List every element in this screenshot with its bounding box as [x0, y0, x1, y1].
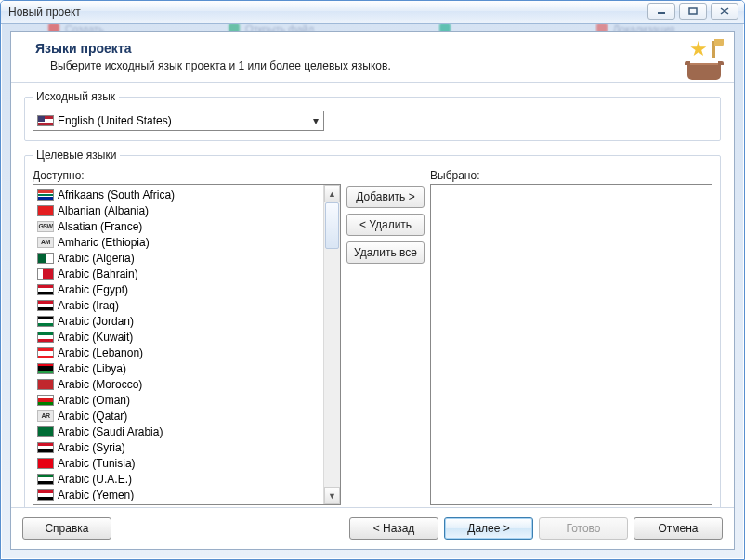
flag-eg-icon: [37, 284, 54, 295]
selected-label: Выбрано:: [430, 169, 712, 182]
list-item-label: Alsatian (France): [58, 220, 142, 233]
flag-sy-icon: [37, 442, 54, 453]
list-item-label: Amharic (Ethiopia): [58, 236, 150, 249]
chevron-down-icon: ▾: [308, 114, 323, 127]
remove-button[interactable]: < Удалить: [346, 214, 425, 236]
list-item-label: Arabic (Oman): [58, 394, 130, 407]
flag-za-icon: [37, 189, 54, 201]
list-item-label: Arabic (Yemen): [58, 488, 134, 501]
list-item[interactable]: Arabic (Libya): [33, 360, 323, 376]
flag-us-icon: [37, 115, 54, 126]
flag-dz-icon: [37, 253, 54, 264]
list-item-label: Arabic (Morocco): [58, 378, 142, 391]
list-item-label: Arabic (Bahrain): [58, 267, 138, 280]
target-languages-group: Целевые языки Доступно: Afrikaans (South…: [24, 149, 721, 507]
list-item[interactable]: Arabic (Bahrain): [33, 266, 323, 281]
source-language-group: Исходный язык English (United States) ▾: [24, 90, 721, 141]
flag-al-icon: [37, 205, 54, 216]
list-item-label: Arabic (Egypt): [58, 283, 128, 296]
flag-sa-icon: [37, 426, 54, 437]
list-item-label: Arabic (Libya): [58, 362, 126, 375]
list-item[interactable]: Arabic (Iraq): [33, 297, 323, 313]
list-item-label: Arabic (Saudi Arabia): [58, 425, 163, 438]
remove-all-button[interactable]: Удалить все: [346, 241, 425, 264]
app-window: Новый проект Создать словарь Открыть фай…: [0, 0, 745, 560]
window-title: Новый проект: [1, 6, 81, 19]
available-languages-listbox[interactable]: Afrikaans (South Africa)Albanian (Albani…: [33, 184, 341, 505]
list-item-label: Arabic (Jordan): [58, 315, 134, 328]
wizard-dialog: Языки проекта Выберите исходный язык про…: [10, 31, 735, 550]
maximize-button[interactable]: [679, 3, 707, 20]
finish-button: Готово: [539, 517, 628, 540]
flag-ly-icon: [37, 363, 54, 374]
list-item[interactable]: Arabic (Tunisia): [33, 455, 323, 471]
list-item-label: Albanian (Albania): [58, 204, 149, 217]
selected-languages-listbox[interactable]: [430, 184, 712, 505]
list-item[interactable]: Arabic (Yemen): [33, 487, 323, 502]
list-item-label: Afrikaans (South Africa): [58, 189, 175, 202]
back-button[interactable]: < Назад: [349, 517, 438, 540]
list-item[interactable]: ARArabic (Qatar): [33, 408, 323, 423]
flag-bh-icon: [37, 268, 54, 280]
languages-icon: ★: [684, 39, 725, 80]
list-item[interactable]: Arabic (U.A.E.): [33, 471, 323, 487]
list-item[interactable]: Arabic (Egypt): [33, 281, 323, 297]
scroll-up-button[interactable]: ▲: [324, 185, 340, 202]
list-item[interactable]: Arabic (Morocco): [33, 376, 323, 392]
flag-text-icon: AR: [37, 410, 54, 422]
scroll-track[interactable]: [324, 202, 340, 487]
flag-text-icon: GSW: [37, 221, 54, 232]
list-item[interactable]: Arabic (Jordan): [33, 313, 323, 329]
available-label: Доступно:: [33, 169, 341, 182]
flag-ae-icon: [37, 474, 54, 485]
flag-lb-icon: [37, 347, 54, 358]
close-button[interactable]: [711, 3, 738, 20]
list-item[interactable]: Arabic (Kuwait): [33, 329, 323, 345]
list-item[interactable]: Arabic (Syria): [33, 439, 323, 455]
scroll-thumb[interactable]: [325, 202, 339, 249]
next-button[interactable]: Далее >: [444, 517, 533, 540]
flag-jo-icon: [37, 316, 54, 327]
list-item[interactable]: Arabic (Lebanon): [33, 345, 323, 360]
list-item[interactable]: Arabic (Oman): [33, 392, 323, 408]
flag-kw-icon: [37, 332, 54, 343]
titlebar: Новый проект: [1, 1, 744, 24]
minimize-button[interactable]: [647, 3, 675, 20]
list-item[interactable]: Arabic (Saudi Arabia): [33, 423, 323, 439]
scroll-down-button[interactable]: ▼: [324, 487, 340, 504]
source-language-legend: Исходный язык: [33, 90, 119, 103]
wizard-footer: Справка < Назад Далее > Готово Отмена: [11, 507, 734, 549]
list-item-label: Arabic (Algeria): [58, 252, 135, 265]
list-item-label: Arabic (Lebanon): [58, 346, 143, 359]
add-button[interactable]: Добавить >: [346, 186, 425, 208]
cancel-button[interactable]: Отмена: [634, 517, 723, 540]
list-item-label: Arabic (Iraq): [58, 299, 119, 312]
list-item[interactable]: AMAmharic (Ethiopia): [33, 234, 323, 250]
flag-tn-icon: [37, 458, 54, 469]
page-title: Языки проекта: [35, 41, 721, 56]
source-language-combo[interactable]: English (United States) ▾: [33, 111, 324, 131]
list-item-label: Arabic (Tunisia): [58, 457, 136, 470]
source-language-value: English (United States): [58, 114, 308, 127]
list-item-label: Arabic (U.A.E.): [58, 473, 132, 486]
list-item[interactable]: Arabic (Algeria): [33, 250, 323, 266]
help-button[interactable]: Справка: [22, 517, 111, 540]
list-item-label: Arabic (Qatar): [58, 410, 127, 423]
available-scrollbar[interactable]: ▲ ▼: [323, 185, 340, 504]
page-subtitle: Выберите исходный язык проекта и 1 или б…: [50, 59, 721, 72]
svg-rect-1: [689, 8, 697, 14]
list-item-label: Arabic (Syria): [58, 441, 125, 454]
flag-om-icon: [37, 395, 54, 406]
flag-ma-icon: [37, 379, 54, 390]
wizard-header: Языки проекта Выберите исходный язык про…: [11, 32, 734, 83]
list-item[interactable]: Afrikaans (South Africa): [33, 187, 323, 202]
list-item[interactable]: Albanian (Albania): [33, 202, 323, 218]
flag-text-icon: AM: [37, 237, 54, 248]
list-item-label: Arabic (Kuwait): [58, 331, 133, 344]
flag-ye-icon: [37, 489, 54, 501]
wizard-body: Исходный язык English (United States) ▾ …: [11, 83, 734, 507]
list-item[interactable]: GSWAlsatian (France): [33, 218, 323, 234]
flag-iq-icon: [37, 300, 54, 311]
target-languages-legend: Целевые языки: [33, 149, 120, 162]
window-controls: [647, 3, 738, 20]
